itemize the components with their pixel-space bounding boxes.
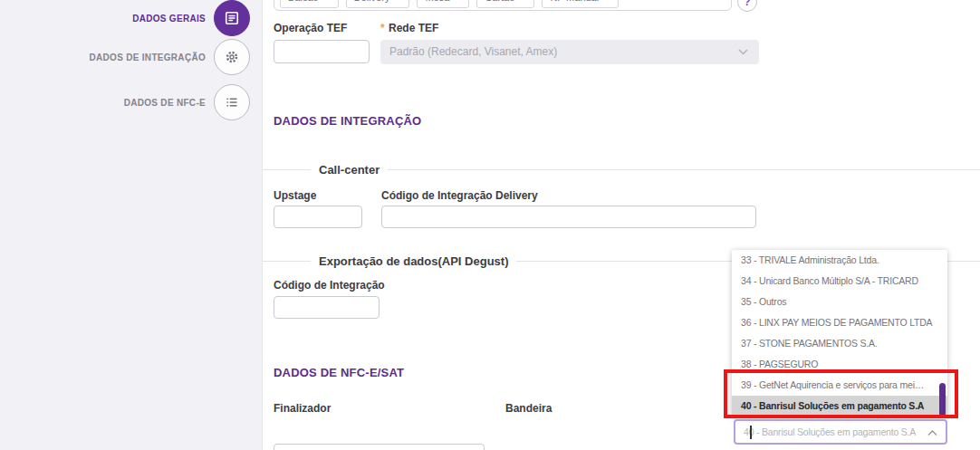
dropdown-option[interactable]: 39 - GetNet Aquirencia e serviços para m… [732, 375, 947, 396]
tag-chip-label: Mesa [425, 0, 449, 7]
sidebar-item-dados-nfce[interactable]: DADOS DE NFC-E [124, 84, 250, 120]
tag-chip[interactable]: Balcão × [280, 0, 339, 8]
tef-network-combobox[interactable]: 40 - Banrisul Soluções em pagamento S.A [734, 419, 947, 445]
chip-remove-icon[interactable]: × [455, 0, 461, 7]
upstage-input[interactable] [274, 206, 362, 228]
exportacao-legend: Exportação de dados(API Degust) [311, 254, 516, 268]
required-marker: * [380, 22, 385, 34]
main-content: Balcão × Delivery × Mesa × Cartão × NF M… [263, 0, 980, 450]
rede-tef-label: Rede TEF [389, 22, 438, 34]
section-title-integracao: DADOS DE INTEGRAÇÃO [274, 114, 421, 128]
gear-icon[interactable] [214, 39, 250, 75]
tag-chip-label: Balcão [288, 0, 319, 7]
list-icon[interactable] [214, 84, 250, 120]
sidebar-item-dados-integracao[interactable]: DADOS DE INTEGRAÇÃO [90, 39, 250, 75]
tef-network-dropdown: 33 - TRIVALE Administração Ltda. 34 - Un… [732, 250, 947, 417]
form-icon[interactable] [214, 0, 250, 36]
page: DADOS GERAIS DADOS DE INTEGRAÇÃO DAD [0, 0, 980, 450]
dropdown-option[interactable]: 38 - PAGSEGURO [732, 354, 947, 375]
tag-chip-label: Delivery [354, 0, 390, 7]
operacao-tef-label: Operação TEF [274, 22, 347, 34]
sidebar-item-label: DADOS GERAIS [132, 14, 206, 24]
chevron-up-icon [927, 430, 937, 436]
tag-chip[interactable]: Cartão × [476, 0, 534, 8]
dropdown-option[interactable]: 35 - Outros [732, 292, 947, 312]
callcenter-legend: Call-center [311, 163, 388, 177]
dropdown-option[interactable]: 36 - LINX PAY MEIOS DE PAGAMENTO LTDA [732, 312, 947, 333]
tag-chip-label: NF Manual [550, 0, 599, 7]
chip-remove-icon[interactable]: × [395, 0, 401, 7]
chevron-down-icon [738, 49, 748, 55]
section-title-nfce: DADOS DE NFC-E/SAT [274, 366, 404, 379]
chip-remove-icon[interactable]: × [604, 0, 610, 7]
sidebar-item-dados-gerais[interactable]: DADOS GERAIS [132, 0, 250, 36]
chip-remove-icon[interactable]: × [520, 0, 526, 7]
dropdown-option[interactable]: 34 - Unicard Banco Múltiplo S/A - TRICAR… [732, 271, 947, 292]
dropdown-scrollbar-thumb[interactable] [939, 383, 946, 416]
chip-remove-icon[interactable]: × [324, 0, 331, 7]
sidebar: DADOS GERAIS DADOS DE INTEGRAÇÃO DAD [0, 0, 263, 450]
dropdown-option-selected[interactable]: 40 - Banrisul Soluções em pagamento S.A [732, 396, 947, 416]
operacao-tef-input[interactable] [274, 40, 370, 63]
sidebar-item-label: DADOS DE INTEGRAÇÃO [90, 53, 206, 62]
dropdown-option[interactable]: 33 - TRIVALE Administração Ltda. [732, 250, 947, 271]
codigo-integracao-delivery-label: Código de Integração Delivery [381, 189, 538, 202]
tag-chip[interactable]: Mesa × [417, 0, 469, 8]
tag-chip-label: Cartão [485, 0, 514, 7]
tag-chip[interactable]: NF Manual × [542, 0, 619, 8]
codigo-integracao-delivery-input[interactable] [381, 206, 756, 228]
codigo-integracao-input[interactable] [274, 296, 380, 319]
tag-chip[interactable]: Delivery × [346, 0, 410, 8]
finalizador-label: Finalizador [274, 402, 331, 415]
bandeira-label: Bandeira [505, 402, 552, 415]
rede-tef-value: Padrão (Redecard, Visanet, Amex) [389, 45, 557, 58]
rede-tef-select: Padrão (Redecard, Visanet, Amex) [380, 40, 759, 64]
finalizador-select[interactable] [274, 444, 485, 450]
upstage-label: Upstage [274, 189, 316, 202]
sidebar-item-label: DADOS DE NFC-E [124, 98, 206, 108]
text-caret [750, 426, 752, 439]
help-icon[interactable]: ? [737, 0, 757, 12]
dropdown-option[interactable]: 37 - STONE PAGAMENTOS S.A. [732, 333, 947, 354]
sale-types-tags-field[interactable]: Balcão × Delivery × Mesa × Cartão × NF M… [274, 0, 732, 11]
combobox-value: 40 - Banrisul Soluções em pagamento S.A [744, 421, 921, 443]
codigo-integracao-label: Código de Integração [274, 279, 385, 292]
